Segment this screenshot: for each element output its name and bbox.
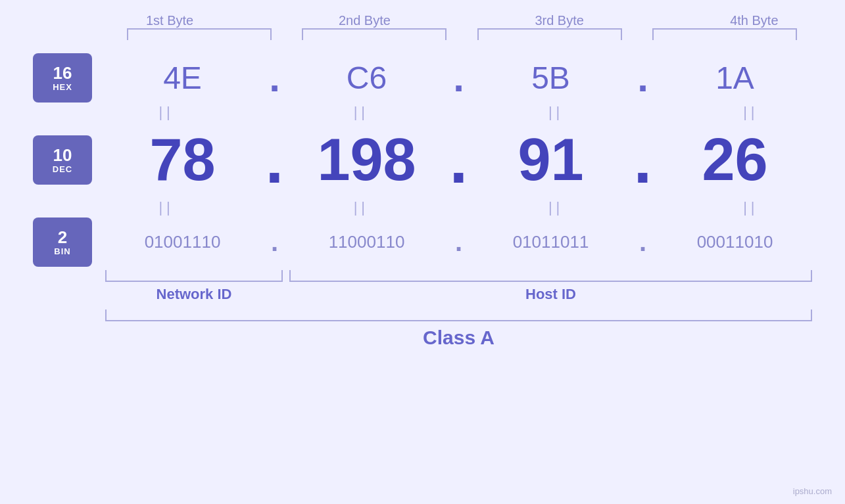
hex-byte3: 5B [479,60,623,96]
byte-headers: 1st Byte 2nd Byte 3rd Byte 4th Byte [72,13,845,28]
bin-row: 2 BIN 01001110 . 11000110 . 01011011 . 0… [33,218,812,267]
dec-dot1: . [265,122,285,198]
host-id-bracket [289,270,812,282]
connector2-4: || [679,199,823,216]
dec-bytes-row: 78 . 198 . 91 . 26 [105,122,812,198]
hex-bytes-row: 4E . C6 . 5B . 1A [105,55,812,101]
connector-row-2: || || || || [69,198,845,218]
dec-base-text: DEC [53,164,72,174]
connectors-1: || || || || [69,104,845,121]
byte2-header: 2nd Byte [292,13,437,28]
bin-byte2: 11000110 [295,232,439,252]
id-labels-row: Network ID Host ID [105,270,812,303]
network-id-label: Network ID [157,286,232,303]
bin-base-number: 2 [58,228,67,247]
hex-row: 16 HEX 4E . C6 . 5B . 1A [33,53,812,103]
host-id-label: Host ID [525,286,576,303]
connector2-2: || [289,199,433,216]
class-row: Class A [105,309,812,349]
bracket-top-2 [302,28,447,40]
dec-row: 10 DEC 78 . 198 . 91 . 26 [33,122,812,198]
top-brackets [112,28,812,40]
dec-base-label: 10 DEC [33,135,92,185]
dec-byte4: 26 [663,126,808,194]
bin-base-label: 2 BIN [33,218,92,267]
bracket-top-4 [652,28,797,40]
bin-dot1: . [265,227,285,257]
hex-base-text: HEX [53,82,72,92]
connector2-1: || [94,199,239,216]
connector1-1: || [94,104,239,121]
hex-dot3: . [633,55,653,101]
hex-byte1: 4E [110,60,255,96]
hex-base-number: 16 [53,64,72,83]
hex-byte4: 1A [663,60,808,96]
bin-byte1: 01001110 [110,232,255,252]
connector-row-1: || || || || [69,103,845,122]
connector1-4: || [679,104,823,121]
connector1-3: || [484,104,629,121]
hex-dot2: . [449,55,469,101]
dec-base-number: 10 [53,146,72,165]
hex-base-label: 16 HEX [33,53,92,103]
hex-byte2: C6 [295,60,439,96]
byte1-header: 1st Byte [97,13,242,28]
hex-dot1: . [265,55,285,101]
class-label: Class A [423,327,495,349]
dec-byte1: 78 [110,126,255,194]
bottom-section: Network ID Host ID Class A [33,270,812,349]
connector2-3: || [484,199,629,216]
watermark: ipshu.com [793,486,832,496]
network-id-bracket [105,270,283,282]
dec-dot2: . [449,122,469,198]
connector1-2: || [289,104,433,121]
dec-byte2: 198 [295,126,439,194]
bin-byte3: 01011011 [479,232,623,252]
bin-base-text: BIN [54,246,70,256]
host-id-container: Host ID [289,270,812,303]
network-id-container: Network ID [105,270,283,303]
bracket-top-1 [127,28,272,40]
dec-byte3: 91 [479,126,623,194]
class-bracket [105,309,812,321]
bin-bytes-row: 01001110 . 11000110 . 01011011 . 0001101… [105,227,812,257]
dec-dot3: . [633,122,653,198]
bin-byte4: 00011010 [663,232,808,252]
byte3-header: 3rd Byte [487,13,632,28]
bracket-top-3 [477,28,622,40]
byte4-header: 4th Byte [682,13,827,28]
connectors-2: || || || || [69,199,845,216]
bin-dot3: . [633,227,653,257]
main-container: 1st Byte 2nd Byte 3rd Byte 4th Byte 16 H… [0,0,845,504]
bin-dot2: . [449,227,469,257]
